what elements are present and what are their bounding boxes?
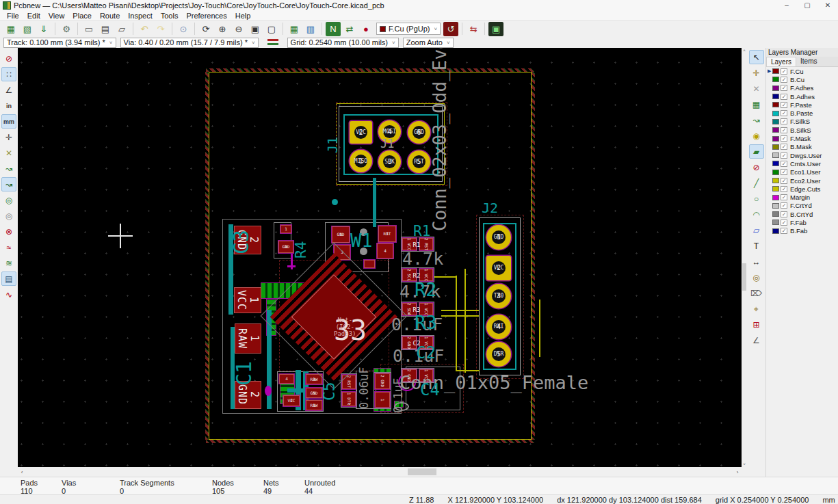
layer-visibility-checkbox[interactable]: ✓ xyxy=(781,228,787,234)
add-dimension-button[interactable]: ↔ xyxy=(749,254,764,269)
pads-sketch-mode-button[interactable]: ≋ xyxy=(1,256,16,270)
layer-visibility-checkbox[interactable]: ✓ xyxy=(781,102,787,108)
smd-pad[interactable]: 1 xyxy=(280,225,291,233)
zoom-fit-button[interactable]: ▣ xyxy=(248,22,263,36)
smd-pad[interactable] xyxy=(364,260,375,268)
measure-tool-button[interactable]: ∠ xyxy=(749,333,764,347)
layer-row-f.cu[interactable]: ▶✓F.Cu xyxy=(766,67,838,75)
net-highlight-off-button[interactable]: ⊗ xyxy=(1,224,16,239)
layer-color-swatch[interactable] xyxy=(772,127,779,133)
zoom-selector[interactable]: Zoom Auto˅ xyxy=(403,38,454,48)
layer-row-dwgs.user[interactable]: ✓Dwgs.User xyxy=(766,151,838,159)
smd-pad[interactable]: 4 xyxy=(279,374,294,384)
route-tracks-button[interactable]: ↝ xyxy=(749,113,764,127)
netlist-button[interactable]: N xyxy=(326,22,341,36)
zoom-out-button[interactable]: ⊖ xyxy=(231,22,246,36)
menu-item-edit[interactable]: Edit xyxy=(23,12,44,20)
refresh-view-button[interactable]: ⟳ xyxy=(198,22,213,36)
smd-pad[interactable]: 2 GND xyxy=(375,373,390,389)
high-contrast-mode-button[interactable]: ▤ xyxy=(1,271,16,286)
layer-visibility-checkbox[interactable]: ✓ xyxy=(781,186,787,192)
maximize-button[interactable]: ▢ xyxy=(797,0,817,11)
tht-pad-j2-3[interactable]: 3TX0 xyxy=(486,284,511,308)
menu-item-route[interactable]: Route xyxy=(96,12,124,20)
print-button[interactable]: ▤ xyxy=(98,22,113,36)
horizontal-scrollbar[interactable]: ‹ › xyxy=(18,467,742,477)
layer-row-margin[interactable]: ✓Margin xyxy=(766,193,838,201)
layer-visibility-checkbox[interactable]: ✓ xyxy=(781,220,787,226)
via-outline-mode-button[interactable]: ◎ xyxy=(1,209,16,223)
highlight-net-button[interactable]: ✛ xyxy=(749,66,764,80)
menu-item-place[interactable]: Place xyxy=(68,12,96,20)
curved-ratsnest-button[interactable]: ↝ xyxy=(1,161,16,176)
layer-color-swatch[interactable] xyxy=(772,68,779,74)
layer-color-swatch[interactable] xyxy=(772,119,779,124)
drc-button[interactable]: ● xyxy=(358,22,374,36)
add-target-button[interactable]: ◎ xyxy=(749,270,764,284)
layer-row-b.paste[interactable]: ✓B.Paste xyxy=(766,109,838,117)
grid-selector[interactable]: Grid: 0.2540 mm (10.00 mils)˅ xyxy=(287,38,399,48)
title-bar[interactable]: Pcbnew — C:\Users\Matteo Pisani\Desktop\… xyxy=(0,0,838,11)
add-footprint-button[interactable]: ▦ xyxy=(749,97,764,111)
tht-pad-j1-6[interactable]: 6GND xyxy=(408,121,430,144)
layer-visibility-checkbox[interactable]: ✓ xyxy=(781,85,787,91)
smd-pad[interactable]: 1 xyxy=(375,392,390,408)
tht-pad-j2-2[interactable]: 2VCC xyxy=(486,256,511,280)
layer-color-swatch[interactable] xyxy=(772,102,779,107)
tht-pad-j2-5[interactable]: 5DTR xyxy=(486,342,511,367)
undo-button[interactable]: ↶ xyxy=(137,22,152,36)
power-pad[interactable]: 1 VCC xyxy=(234,287,261,313)
power-pad[interactable]: 1 RAW xyxy=(235,323,261,354)
smd-pad[interactable]: 4 xyxy=(377,243,393,258)
viewer-3d-button[interactable]: ▣ xyxy=(488,22,503,36)
cursor-shape-button[interactable]: ✛ xyxy=(1,130,16,144)
tht-pad-j2-1[interactable]: 1GND xyxy=(486,225,511,250)
layer-visibility-checkbox[interactable]: ✓ xyxy=(781,94,787,100)
layer-color-swatch[interactable] xyxy=(772,152,779,158)
menu-item-view[interactable]: View xyxy=(44,12,69,20)
horizontal-scroll-track[interactable] xyxy=(26,468,733,476)
smd-component[interactable]: 2 GND1 xyxy=(374,372,391,409)
delete-tool-button[interactable]: ⌦ xyxy=(749,286,764,300)
microwave-tools-button[interactable]: ∿ xyxy=(1,287,16,302)
cross-probe-schematic-button[interactable]: ⇆ xyxy=(466,22,481,36)
layer-row-eco2.user[interactable]: ✓Eco2.User xyxy=(766,176,838,185)
add-keepout-button[interactable]: ⊘ xyxy=(749,160,764,174)
scroll-up-icon[interactable]: ˄ xyxy=(742,48,747,53)
footprint-browser-button[interactable]: ▥ xyxy=(303,22,318,36)
pcb-canvas[interactable]: 2VCC4MOSI6GND1MISO3SCK5RST1GND2VCC3TX04R… xyxy=(18,48,742,467)
smd-pad[interactable]: 1RAW xyxy=(306,400,322,410)
layer-visibility-checkbox[interactable]: ✓ xyxy=(781,127,787,133)
layer-row-b.silks[interactable]: ✓B.SilkS xyxy=(766,126,838,134)
layer-visibility-checkbox[interactable]: ✓ xyxy=(781,169,787,175)
via-display-mode-button[interactable]: ◎ xyxy=(1,193,16,207)
scroll-down-icon[interactable]: ˅ xyxy=(742,462,747,467)
via-size-selector[interactable]: Via: 0.40 / 0.20 mm (15.7 / 7.9 mils) *˅ xyxy=(120,38,259,48)
units-inches-button[interactable]: in xyxy=(1,98,16,113)
page-settings-button[interactable]: ▭ xyxy=(81,22,96,36)
footprint-editor-button[interactable]: ▦ xyxy=(287,22,302,36)
layer-color-swatch[interactable] xyxy=(772,211,779,217)
add-text-button[interactable]: T xyxy=(749,239,764,253)
layer-row-edge.cuts[interactable]: ✓Edge.Cuts xyxy=(766,185,838,193)
tht-pad-j1-5[interactable]: 5RST xyxy=(408,150,430,173)
drc-off-button[interactable]: ⊘ xyxy=(1,51,16,66)
layer-visibility-checkbox[interactable]: ✓ xyxy=(781,68,787,75)
layer-visibility-checkbox[interactable]: ✓ xyxy=(781,178,787,184)
tht-pad-j1-1[interactable]: 1MISO xyxy=(350,150,372,172)
layer-color-swatch[interactable] xyxy=(772,144,779,150)
layer-row-b.fab[interactable]: ✓B.Fab xyxy=(766,227,838,235)
scroll-right-icon[interactable]: › xyxy=(733,469,742,475)
layer-row-b.crtyd[interactable]: ✓B.CrtYd xyxy=(766,210,838,218)
vertical-scrollbar[interactable]: ˄ ˅ xyxy=(742,48,747,467)
layer-visibility-checkbox[interactable]: ✓ xyxy=(781,211,787,217)
menu-item-tools[interactable]: Tools xyxy=(157,12,183,20)
layer-row-f.paste[interactable]: ✓F.Paste xyxy=(766,101,838,109)
tht-pad-j1-2[interactable]: 2VCC xyxy=(350,121,372,144)
layer-color-swatch[interactable] xyxy=(772,203,779,209)
local-ratsnest-button[interactable]: ✕ xyxy=(749,81,764,96)
tab-items[interactable]: Items xyxy=(796,57,821,66)
horizontal-scroll-thumb[interactable] xyxy=(408,468,436,475)
smd-pad[interactable]: 2RST xyxy=(378,226,396,242)
layer-visibility-checkbox[interactable]: ✓ xyxy=(781,135,787,142)
